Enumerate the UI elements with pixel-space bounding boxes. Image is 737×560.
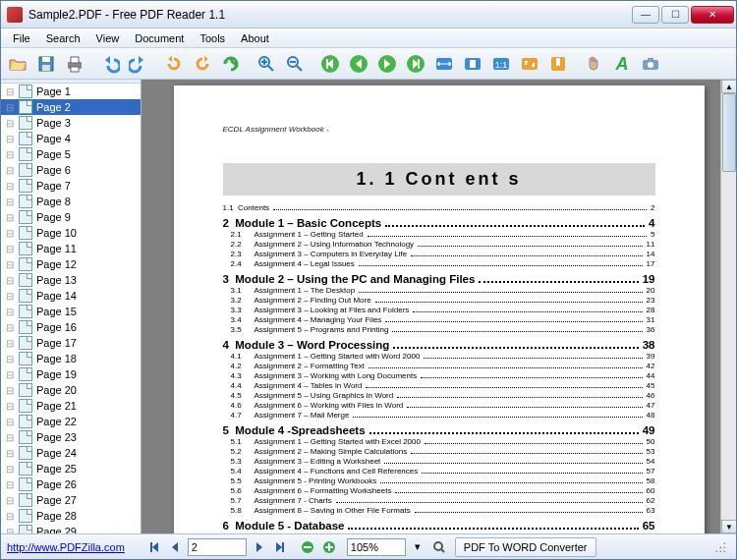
sb-first-page-icon[interactable] [144, 538, 164, 556]
toc-item: 3.4Assignment 4 – Managing Your Files31 [231, 315, 655, 324]
sidebar-page-item[interactable]: ⊟Page 7 [1, 178, 141, 194]
svg-point-28 [434, 542, 442, 550]
svg-rect-17 [522, 58, 538, 70]
fullscreen-icon[interactable] [517, 51, 542, 77]
close-button[interactable]: ✕ [691, 6, 734, 24]
print-icon[interactable] [62, 51, 87, 77]
sidebar-page-item[interactable]: ⊟Page 11 [1, 241, 141, 256]
sidebar-page-item[interactable]: ⊟Page 13 [1, 272, 141, 288]
zoom-dropdown-icon[interactable]: ▾ [408, 538, 427, 556]
sidebar-page-item[interactable]: ⊟Page 26 [1, 476, 141, 492]
page-label: Page 8 [36, 196, 71, 207]
page-number-input[interactable] [188, 538, 247, 556]
sidebar-page-item[interactable]: ⊟Page 2 [1, 99, 141, 115]
page-sidebar[interactable]: ⊟Page 1⊟Page 2⊟Page 3⊟Page 4⊟Page 5⊟Page… [1, 80, 142, 533]
sidebar-page-item[interactable]: ⊟Page 15 [1, 304, 141, 319]
open-icon[interactable] [5, 51, 30, 77]
svg-rect-22 [648, 58, 653, 61]
fit-page-icon[interactable] [460, 51, 485, 77]
sidebar-page-item[interactable]: ⊟Page 19 [1, 366, 141, 382]
sidebar-page-item[interactable]: ⊟Page 27 [1, 492, 141, 508]
redo-icon[interactable] [126, 51, 151, 77]
page-label: Page 10 [36, 227, 77, 239]
sidebar-page-item[interactable]: ⊟Page 5 [1, 146, 141, 162]
zoom-input[interactable] [347, 538, 406, 556]
sidebar-page-item[interactable]: ⊟Page 4 [1, 131, 141, 146]
scroll-thumb[interactable] [722, 93, 736, 172]
menu-tools[interactable]: Tools [192, 30, 233, 46]
svg-point-21 [648, 62, 653, 68]
zoom-out-icon[interactable] [282, 51, 308, 77]
sidebar-page-item[interactable]: ⊟Page 3 [1, 115, 141, 131]
toc-item: 4.5Assignment 5 – Using Graphics in Word… [231, 391, 655, 400]
zoom-in-icon[interactable] [254, 51, 279, 77]
minimize-button[interactable]: — [632, 6, 659, 24]
page-label: Page 23 [36, 431, 77, 443]
page-label: Page 29 [36, 526, 77, 533]
next-page-icon[interactable] [374, 51, 400, 77]
sidebar-page-item[interactable]: ⊟Page 12 [1, 256, 141, 272]
page-thumbnail-icon [19, 242, 32, 255]
sidebar-page-item[interactable]: ⊟Page 22 [1, 414, 141, 429]
prev-page-icon[interactable] [346, 51, 371, 77]
bookmark-icon[interactable] [545, 51, 571, 77]
sidebar-page-item[interactable]: ⊟Page 9 [1, 209, 141, 225]
sidebar-page-item[interactable]: ⊟Page 24 [1, 445, 141, 461]
toc-item: 5.7Assignment 7 - Charts62 [231, 496, 655, 505]
sb-prev-page-icon[interactable] [166, 538, 186, 556]
toc-item: 4.7Assignment 7 – Mail Merge48 [231, 411, 655, 420]
sidebar-page-item[interactable]: ⊟Page 10 [1, 225, 141, 241]
sb-zoom-in-icon[interactable] [319, 538, 339, 556]
sidebar-page-item[interactable]: ⊟Page 14 [1, 288, 141, 304]
refresh-icon[interactable] [218, 51, 244, 77]
sidebar-page-item[interactable]: ⊟Page 6 [1, 162, 141, 178]
sb-zoom-out-icon[interactable] [298, 538, 317, 556]
page-thumbnail-icon [19, 336, 32, 350]
page-label: Page 13 [36, 274, 77, 286]
toc-item: 5.3Assignment 3 – Editing a Worksheet54 [231, 457, 655, 466]
hand-tool-icon[interactable] [581, 51, 606, 77]
sb-last-page-icon[interactable] [270, 538, 290, 556]
rotate-left-icon[interactable] [161, 51, 187, 77]
toc-item: 3.1Assignment 1 – The Desktop20 [231, 286, 655, 295]
sidebar-page-item[interactable]: ⊟Page 21 [1, 398, 141, 414]
toc-item: 2.2Assignment 2 – Using Information Tech… [231, 240, 655, 249]
sidebar-page-item[interactable]: ⊟Page 25 [1, 461, 141, 476]
sidebar-page-item[interactable]: ⊟Page 20 [1, 382, 141, 398]
select-text-icon[interactable]: A [609, 51, 635, 77]
resize-grip-icon[interactable] [710, 538, 730, 556]
sidebar-page-item[interactable]: ⊟Page 17 [1, 335, 141, 351]
scroll-up-icon[interactable]: ▲ [721, 80, 736, 93]
sidebar-page-item[interactable]: ⊟Page 18 [1, 351, 141, 366]
first-page-icon[interactable] [317, 51, 343, 77]
vendor-link[interactable]: http://www.PDFZilla.com [7, 541, 125, 553]
page-thumbnail-icon [19, 116, 32, 130]
menu-document[interactable]: Document [127, 30, 192, 46]
sidebar-page-item[interactable]: ⊟Page 28 [1, 508, 141, 524]
viewer-scrollbar[interactable]: ▲ ▼ [720, 80, 736, 533]
save-icon[interactable] [33, 51, 59, 77]
rotate-right-icon[interactable] [190, 51, 215, 77]
pdf-to-word-button[interactable]: PDF To WORD Converter [455, 537, 596, 557]
sidebar-page-item[interactable]: ⊟Page 23 [1, 429, 141, 445]
menubar: File Search View Document Tools About [1, 28, 736, 48]
scroll-down-icon[interactable]: ▼ [721, 520, 736, 533]
menu-view[interactable]: View [88, 30, 128, 46]
sidebar-page-item[interactable]: ⊟Page 1 [1, 84, 141, 99]
undo-icon[interactable] [97, 51, 123, 77]
sb-next-page-icon[interactable] [249, 538, 268, 556]
menu-about[interactable]: About [233, 30, 277, 46]
snapshot-icon[interactable] [638, 51, 663, 77]
sidebar-page-item[interactable]: ⊟Page 29 [1, 524, 141, 533]
sb-search-icon[interactable] [429, 538, 449, 556]
actual-size-icon[interactable]: 1:1 [488, 51, 514, 77]
sidebar-page-item[interactable]: ⊟Page 16 [1, 319, 141, 335]
menu-search[interactable]: Search [38, 30, 88, 46]
sidebar-page-item[interactable]: ⊟Page 8 [1, 194, 141, 209]
document-viewer[interactable]: ECDL Assignment Workbook - 1. 1 Cont ent… [142, 80, 736, 533]
fit-width-icon[interactable] [431, 51, 457, 77]
page-thumbnail-icon [19, 84, 32, 98]
menu-file[interactable]: File [5, 30, 38, 46]
maximize-button[interactable]: ☐ [661, 6, 689, 24]
last-page-icon[interactable] [403, 51, 428, 77]
